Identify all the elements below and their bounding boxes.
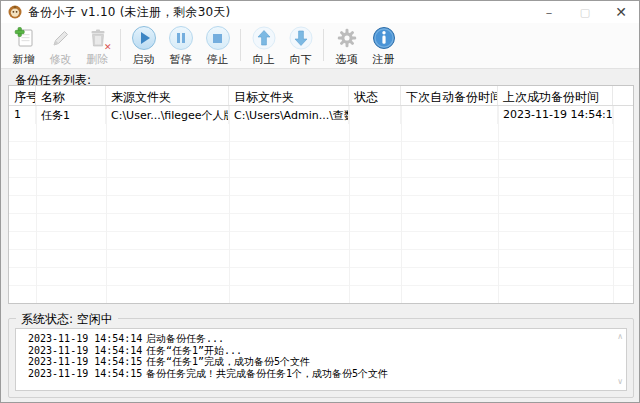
toolbar-label: 向上 — [253, 52, 275, 67]
grid-column-line — [498, 106, 499, 303]
task-table-header: 序号 名称 来源文件夹 目标文件夹 状态 下次自动备份时间 上次成功备份时间 — [9, 86, 633, 106]
play-icon — [132, 26, 156, 51]
minimize-button[interactable]: – — [531, 1, 567, 23]
delete-task-button[interactable]: ✕ 删除 — [80, 25, 115, 67]
gear-icon — [336, 26, 358, 51]
pause-button[interactable]: 暂停 — [163, 25, 198, 67]
cell-name: 任务1 — [36, 106, 106, 124]
toolbar-label: 选项 — [336, 52, 358, 67]
log-message: 备份任务完成！共完成备份任务1个，成功备份5个文件 — [146, 368, 388, 380]
toolbar-label: 启动 — [133, 52, 155, 67]
cell-next-time — [401, 106, 498, 124]
toolbar-separator — [323, 29, 324, 61]
delete-x-badge: ✕ — [104, 42, 112, 52]
column-header-blank — [613, 86, 633, 105]
toolbar-separator — [240, 29, 241, 61]
column-header-next-time[interactable]: 下次自动备份时间 — [401, 86, 498, 105]
column-header-last-time[interactable]: 上次成功备份时间 — [498, 86, 613, 105]
column-header-name[interactable]: 名称 — [36, 86, 106, 105]
register-button[interactable]: 注册 — [366, 25, 401, 67]
log-time: 2023-11-19 14:54:15 — [28, 368, 146, 380]
edit-pencil-icon — [50, 26, 72, 51]
arrow-up-icon — [252, 26, 276, 51]
toolbar-label: 向下 — [290, 52, 312, 67]
new-task-button[interactable]: 新增 — [6, 25, 41, 67]
maximize-button[interactable]: ▢ — [567, 1, 603, 23]
cell-target: C:\Users\Admin...\查数据 — [229, 106, 349, 124]
cell-last-time: 2023-11-19 14:54:15 — [498, 106, 613, 124]
log-message: 启动备份任务... — [146, 333, 224, 345]
edit-task-button[interactable]: 修改 — [43, 25, 78, 67]
start-button[interactable]: 启动 — [126, 25, 161, 67]
system-status-groupbox: 系统状态: 空闲中 2023-11-19 14:54:14 启动备份任务... … — [8, 318, 634, 398]
stop-button[interactable]: 停止 — [200, 25, 235, 67]
trash-icon: ✕ — [87, 26, 109, 51]
grid-column-line — [36, 106, 37, 303]
log-message: 任务“任务1”开始... — [146, 345, 242, 357]
log-line: 2023-11-19 14:54:15 备份任务完成！共完成备份任务1个，成功备… — [28, 368, 612, 380]
scroll-down-icon[interactable]: ∨ — [617, 378, 623, 386]
toolbar-label: 注册 — [373, 52, 395, 67]
toolbar-label: 删除 — [87, 52, 109, 67]
log-line: 2023-11-19 14:54:15 任务“任务1”完成，成功备份5个文件 — [28, 356, 612, 368]
cell-status — [349, 106, 401, 124]
log-line: 2023-11-19 14:54:14 启动备份任务... — [28, 333, 612, 345]
toolbar-label: 停止 — [207, 52, 229, 67]
toolbar-label: 新增 — [13, 52, 35, 67]
app-icon — [8, 5, 22, 19]
table-row[interactable]: 1 任务1 C:\User...\filegee个人版 C:\Users\Adm… — [9, 106, 633, 124]
titlebar: 备份小子 v1.10 (未注册，剩余30天) – ▢ ✕ — [1, 1, 639, 23]
close-button[interactable]: ✕ — [603, 1, 639, 23]
cell-source: C:\User...\filegee个人版 — [106, 106, 229, 124]
column-header-target[interactable]: 目标文件夹 — [229, 86, 349, 105]
log-message: 任务“任务1”完成，成功备份5个文件 — [146, 356, 310, 368]
arrow-down-icon — [289, 26, 313, 51]
column-header-source[interactable]: 来源文件夹 — [106, 86, 229, 105]
column-header-seq[interactable]: 序号 — [9, 86, 36, 105]
system-status-title: 系统状态: 空闲中 — [16, 311, 118, 328]
toolbar-separator — [120, 29, 121, 61]
move-down-button[interactable]: 向下 — [283, 25, 318, 67]
window-title: 备份小子 v1.10 (未注册，剩余30天) — [28, 4, 230, 21]
log-area[interactable]: 2023-11-19 14:54:14 启动备份任务... 2023-11-19… — [15, 328, 627, 391]
options-button[interactable]: 选项 — [329, 25, 364, 67]
move-up-button[interactable]: 向上 — [246, 25, 281, 67]
scroll-up-icon[interactable]: ∧ — [617, 333, 623, 341]
grid-column-line — [229, 106, 230, 303]
stop-icon — [206, 26, 230, 51]
log-time: 2023-11-19 14:54:15 — [28, 356, 146, 368]
empty-grid-rows — [9, 124, 633, 303]
column-header-status[interactable]: 状态 — [349, 86, 401, 105]
grid-column-line — [349, 106, 350, 303]
log-line: 2023-11-19 14:54:14 任务“任务1”开始... — [28, 345, 612, 357]
app-window: 备份小子 v1.10 (未注册，剩余30天) – ▢ ✕ 新增 — [0, 0, 640, 403]
toolbar-label: 暂停 — [170, 52, 192, 67]
log-time: 2023-11-19 14:54:14 — [28, 345, 146, 357]
info-icon — [372, 26, 396, 51]
grid-column-line — [106, 106, 107, 303]
toolbar-label: 修改 — [50, 52, 72, 67]
pause-icon — [169, 26, 193, 51]
toolbar: 新增 修改 ✕ — [1, 23, 639, 69]
log-time: 2023-11-19 14:54:14 — [28, 333, 146, 345]
grid-column-line — [401, 106, 402, 303]
grid-column-line — [613, 106, 614, 303]
cell-blank — [613, 106, 633, 124]
task-table: 序号 名称 来源文件夹 目标文件夹 状态 下次自动备份时间 上次成功备份时间 1… — [8, 85, 634, 304]
window-controls: – ▢ ✕ — [531, 1, 639, 23]
cell-seq: 1 — [9, 106, 36, 124]
new-document-plus-icon — [12, 26, 36, 51]
